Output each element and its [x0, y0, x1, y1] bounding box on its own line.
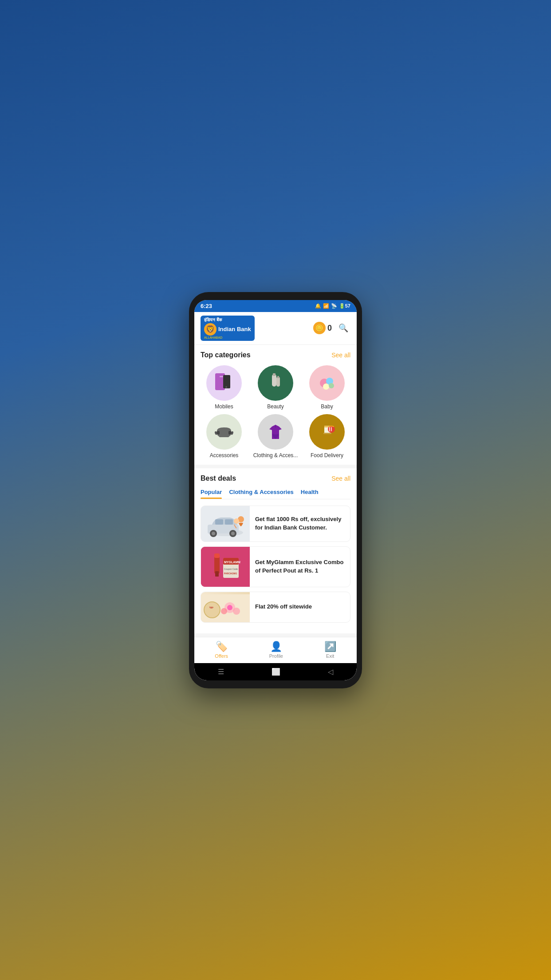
category-baby[interactable]: Baby	[303, 365, 350, 410]
baby-icon	[315, 371, 339, 395]
tab-popular[interactable]: Popular	[201, 489, 222, 499]
android-home-btn[interactable]: ⬜	[272, 668, 280, 676]
mobiles-icon	[212, 371, 236, 395]
svg-text:Coupon Code:: Coupon Code:	[224, 568, 238, 570]
deals-header: Best deals See all	[201, 474, 350, 482]
search-button[interactable]: 🔍	[336, 321, 350, 335]
clothing-icon	[263, 419, 288, 444]
header-right: 🪙 0 🔍	[313, 321, 350, 335]
category-clothing[interactable]: Clothing & Acces...	[252, 414, 299, 458]
svg-point-24	[212, 532, 215, 535]
svg-rect-30	[214, 556, 220, 573]
svg-point-11	[329, 383, 334, 388]
status-bar: 6:23 🔔 📶 📡 🔋57	[194, 300, 357, 312]
categories-see-all[interactable]: See all	[331, 352, 350, 359]
svg-point-39	[204, 602, 220, 618]
nav-profile[interactable]: 👤 Profile	[269, 641, 283, 659]
svg-point-42	[227, 605, 232, 610]
category-mobiles[interactable]: Mobiles	[201, 365, 248, 410]
clothing-circle	[258, 414, 293, 450]
top-categories-section: Top categories See all	[194, 345, 357, 465]
category-accessories[interactable]: Accessories	[201, 414, 248, 458]
deal-glamm-image: MYGLAMM Coupon Code: PARCHGMG	[201, 547, 250, 587]
svg-text:PARCHGMG: PARCHGMG	[224, 572, 237, 575]
svg-text:MYGLAMM: MYGLAMM	[224, 561, 240, 564]
svg-rect-31	[214, 553, 220, 558]
svg-rect-6	[276, 377, 280, 387]
bank-hindi-name: इंडियन बैंक	[204, 317, 222, 323]
android-menu-btn[interactable]: ☰	[218, 668, 224, 676]
coin-display: 🪙 0	[313, 322, 332, 334]
beauty-label: Beauty	[267, 403, 283, 410]
wifi-icon: 📶	[323, 303, 329, 309]
battery-icon: 🔋57	[339, 303, 350, 309]
status-time: 6:23	[201, 303, 212, 309]
svg-point-44	[221, 608, 227, 614]
android-back-btn[interactable]: ◁	[328, 668, 333, 676]
deal-car-image	[201, 506, 250, 541]
app-header: इंडियन बैंक 🦁 Indian Bank ALLAHABAD 🪙 0 …	[194, 312, 357, 345]
svg-rect-21	[215, 519, 223, 525]
svg-point-43	[233, 608, 240, 615]
android-navbar: ☰ ⬜ ◁	[194, 663, 357, 680]
status-icons: 🔔 📶 📡 🔋57	[315, 303, 350, 309]
svg-point-2	[225, 386, 227, 388]
bank-icon: 🦁	[204, 323, 216, 336]
baby-label: Baby	[321, 403, 333, 410]
car-illustration	[201, 506, 250, 541]
deal-igp[interactable]: igp Flat 20% off sitewide	[201, 592, 350, 623]
deal-igp-text: Flat 20% off sitewide	[250, 592, 317, 622]
svg-rect-12	[217, 431, 220, 435]
svg-rect-22	[225, 519, 233, 525]
svg-point-28	[234, 518, 239, 524]
profile-label: Profile	[269, 653, 283, 659]
food-icon	[315, 419, 339, 444]
categories-header: Top categories See all	[201, 351, 350, 359]
svg-rect-32	[215, 571, 219, 577]
bank-logo[interactable]: इंडियन बैंक 🦁 Indian Bank ALLAHABAD	[201, 316, 255, 341]
bank-english-name: Indian Bank	[218, 326, 251, 333]
offers-icon: 🏷️	[216, 641, 228, 652]
coin-count: 0	[327, 324, 332, 333]
category-beauty[interactable]: Beauty	[252, 365, 299, 410]
tab-health[interactable]: Health	[301, 489, 319, 499]
svg-rect-7	[277, 376, 279, 378]
tab-clothing-accessories[interactable]: Clothing & Accessories	[229, 489, 293, 499]
nav-exit[interactable]: ↗️ Exit	[324, 641, 336, 659]
nav-offers[interactable]: 🏷️ Offers	[215, 641, 228, 659]
exit-label: Exit	[326, 653, 334, 659]
best-deals-section: Best deals See all Popular Clothing & Ac…	[194, 468, 357, 633]
beauty-circle	[258, 365, 293, 401]
accessories-icon	[212, 419, 236, 444]
svg-point-26	[231, 532, 235, 535]
deal-car-text: Get flat 1000 Rs off, exclusively for In…	[250, 506, 350, 541]
deal-igp-image: igp	[201, 592, 250, 623]
glamm-illustration: MYGLAMM Coupon Code: PARCHGMG	[201, 547, 250, 587]
profile-icon: 👤	[270, 641, 282, 652]
phone-screen: 6:23 🔔 📶 📡 🔋57 इंडियन बैंक 🦁 Indian Bank…	[194, 300, 357, 680]
svg-point-10	[323, 383, 329, 390]
svg-rect-16	[323, 433, 331, 434]
deal-car[interactable]: Get flat 1000 Rs off, exclusively for In…	[201, 506, 350, 542]
deals-see-all[interactable]: See all	[331, 475, 350, 482]
svg-text:igp: igp	[209, 606, 213, 609]
mobiles-label: Mobiles	[215, 403, 233, 410]
svg-rect-3	[220, 376, 223, 377]
clothing-label: Clothing & Acces...	[253, 452, 298, 458]
deals-tabs: Popular Clothing & Accessories Health	[201, 489, 350, 499]
categories-grid: Mobiles Beauty	[201, 365, 350, 458]
main-content: Top categories See all	[194, 345, 357, 637]
exit-icon: ↗️	[324, 641, 336, 652]
offers-label: Offers	[215, 653, 228, 659]
category-food[interactable]: Food Delivery	[303, 414, 350, 458]
notification-icon: 🔔	[315, 303, 321, 309]
baby-circle	[309, 365, 345, 401]
bottom-navigation: 🏷️ Offers 👤 Profile ↗️ Exit	[194, 637, 357, 663]
svg-rect-5	[273, 373, 276, 376]
phone-device: 6:23 🔔 📶 📡 🔋57 इंडियन बैंक 🦁 Indian Bank…	[189, 292, 362, 688]
deal-glamm-text: Get MyGlamm Exclusive Combo of Perfect P…	[250, 547, 350, 587]
categories-title: Top categories	[201, 351, 251, 359]
deal-glamm[interactable]: MYGLAMM Coupon Code: PARCHGMG Get MyGlam…	[201, 546, 350, 587]
svg-rect-4	[272, 374, 276, 387]
coin-icon: 🪙	[313, 322, 326, 334]
